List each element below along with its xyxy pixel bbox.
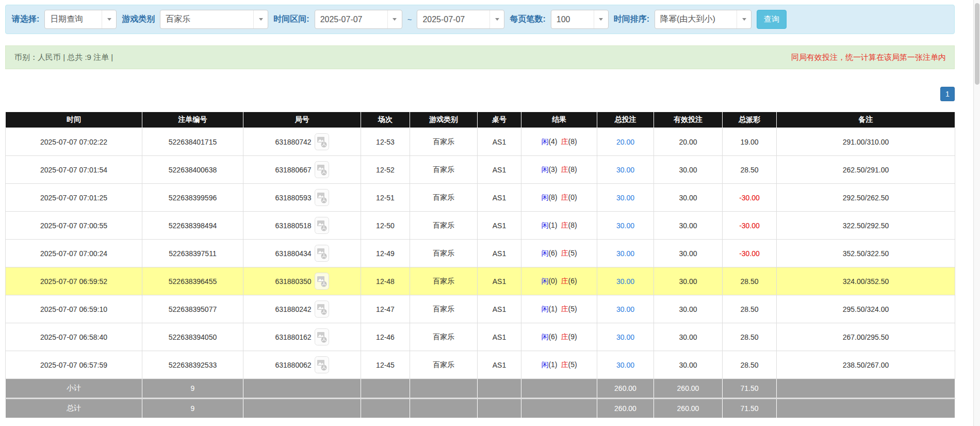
- video-icon: [315, 301, 329, 318]
- sort-order-value: 降幂(由大到小): [655, 14, 737, 25]
- footer-empty-cell: [361, 399, 410, 418]
- summary-bar: 币别：人民币 | 总共 :9 注单 | 同局有效投注，统一计算在该局第一张注单内: [5, 45, 955, 69]
- cell-session: 12-52: [361, 156, 410, 184]
- page-size-select[interactable]: 100: [551, 10, 609, 29]
- result-player-score: (8): [548, 193, 557, 201]
- result-player-score: (3): [548, 165, 557, 173]
- cell-time: 2025-07-07 06:57:59: [6, 351, 142, 379]
- game-type-select[interactable]: 百家乐: [160, 10, 268, 29]
- subtotal-payout: 71.50: [723, 379, 777, 399]
- cell-remark: 324.00/352.50: [777, 267, 955, 295]
- search-button[interactable]: 查询: [757, 10, 787, 29]
- date-from-value: 2025-07-07: [315, 15, 387, 24]
- cell-table-number: AS1: [478, 323, 521, 351]
- video-replay-button[interactable]: [315, 245, 329, 262]
- cell-time: 2025-07-07 07:00:24: [6, 240, 142, 267]
- column-header: 游戏类别: [410, 112, 478, 128]
- video-replay-button[interactable]: [315, 133, 329, 150]
- cell-total-bet: 30.00: [597, 351, 654, 379]
- cell-game-type: 百家乐: [410, 184, 478, 212]
- chevron-down-icon[interactable]: [102, 10, 116, 28]
- game-type-label: 游戏类别: [122, 14, 155, 25]
- date-to-select[interactable]: 2025-07-07: [417, 10, 504, 29]
- cell-valid-bet: 30.00: [654, 156, 723, 184]
- query-type-label: 请选择:: [12, 14, 39, 25]
- result-player-score: (1): [548, 305, 557, 313]
- cell-round: 631880350: [243, 267, 361, 295]
- video-replay-button[interactable]: [315, 189, 329, 206]
- column-header: 场次: [361, 112, 410, 128]
- total-valid-bet: 260.00: [654, 399, 723, 418]
- column-header: 总投注: [597, 112, 654, 128]
- sort-order-select[interactable]: 降幂(由大到小): [655, 10, 752, 29]
- cell-table-number: AS1: [478, 351, 521, 379]
- cell-total-bet: 30.00: [597, 323, 654, 351]
- result-banker-score: (8): [568, 221, 577, 229]
- subtotal-row: 小计 9 260.00 260.00 71.50: [6, 379, 955, 399]
- table-row: 2025-07-07 06:57:59 522638392533 6318800…: [6, 351, 955, 379]
- footer-empty-cell: [777, 399, 955, 418]
- subtotal-total-bet: 260.00: [597, 379, 654, 399]
- footer-empty-cell: [521, 399, 597, 418]
- result-banker-score: (9): [568, 333, 577, 341]
- video-replay-button[interactable]: [315, 161, 329, 178]
- video-replay-button[interactable]: [315, 273, 329, 290]
- cell-payout: 28.50: [723, 267, 777, 295]
- result-banker-score: (0): [568, 193, 577, 201]
- cell-payout: -30.00: [723, 240, 777, 267]
- cell-total-bet: 30.00: [597, 156, 654, 184]
- chevron-down-icon[interactable]: [253, 10, 268, 28]
- total-bet-link[interactable]: 30.00: [616, 305, 634, 313]
- chevron-down-icon[interactable]: [387, 10, 402, 28]
- cell-payout: 28.50: [723, 295, 777, 323]
- currency-total-text: 币别：人民币 | 总共 :9 注单 |: [14, 53, 113, 62]
- total-bet-link[interactable]: 30.00: [616, 361, 634, 369]
- cell-time: 2025-07-07 06:59:10: [6, 295, 142, 323]
- total-bet-link[interactable]: 30.00: [616, 277, 634, 286]
- video-icon: [315, 133, 329, 150]
- cell-session: 12-51: [361, 184, 410, 212]
- total-bet-link[interactable]: 30.00: [616, 194, 634, 202]
- cell-payout: -30.00: [723, 212, 777, 240]
- cell-valid-bet: 30.00: [654, 295, 723, 323]
- result-banker-score: (5): [568, 360, 577, 369]
- result-player-label: 闲: [541, 305, 548, 313]
- footer-empty-cell: [243, 379, 361, 399]
- result-banker-label: 庄: [561, 193, 568, 201]
- game-type-value: 百家乐: [160, 14, 253, 25]
- scrollbar-thumb[interactable]: [975, 3, 979, 85]
- total-bet-link[interactable]: 30.00: [616, 333, 634, 341]
- video-replay-button[interactable]: [315, 217, 329, 234]
- cell-game-type: 百家乐: [410, 295, 478, 323]
- total-bet-link[interactable]: 20.00: [616, 138, 634, 146]
- cell-remark: 238.50/267.00: [777, 351, 955, 379]
- video-replay-button[interactable]: [315, 301, 329, 318]
- result-player-score: (6): [548, 333, 557, 341]
- cell-game-type: 百家乐: [410, 323, 478, 351]
- cell-remark: 262.50/291.00: [777, 156, 955, 184]
- video-replay-button[interactable]: [315, 356, 329, 373]
- cell-game-type: 百家乐: [410, 267, 478, 295]
- cell-table-number: AS1: [478, 156, 521, 184]
- cell-session: 12-49: [361, 240, 410, 267]
- total-bet-link[interactable]: 30.00: [616, 222, 634, 230]
- chevron-down-icon[interactable]: [594, 10, 608, 28]
- page-1-button[interactable]: 1: [940, 87, 955, 101]
- table-row: 2025-07-07 07:00:55 522638398494 6318805…: [6, 212, 955, 240]
- cell-result: 闲(3)庄(8): [521, 156, 597, 184]
- total-bet-link[interactable]: 30.00: [616, 249, 634, 258]
- video-replay-button[interactable]: [315, 328, 329, 345]
- cell-valid-bet: 30.00: [654, 184, 723, 212]
- result-banker-label: 庄: [561, 277, 568, 285]
- video-icon: [315, 245, 329, 262]
- vertical-scrollbar[interactable]: [973, 0, 980, 426]
- table-row: 2025-07-07 07:01:25 522638399596 6318805…: [6, 184, 955, 212]
- query-type-select[interactable]: 日期查询: [44, 10, 117, 29]
- date-from-select[interactable]: 2025-07-07: [315, 10, 402, 29]
- result-player-score: (0): [548, 277, 557, 285]
- column-header: 注单编号: [142, 112, 243, 128]
- total-bet-link[interactable]: 30.00: [616, 166, 634, 174]
- chevron-down-icon[interactable]: [737, 10, 751, 28]
- result-player-score: (4): [548, 137, 557, 146]
- chevron-down-icon[interactable]: [489, 10, 504, 28]
